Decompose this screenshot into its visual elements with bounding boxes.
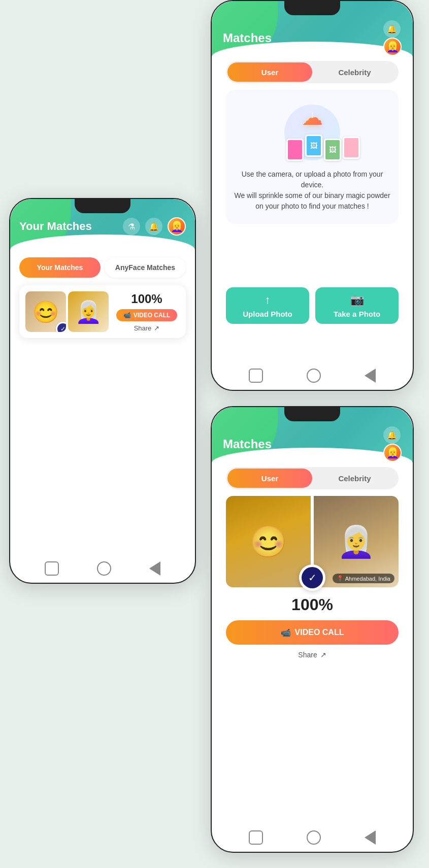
match-photos-left: 😊 ✓ 👩‍🦳 xyxy=(25,291,109,332)
header-icons-left: ⚗ 🔔 👱‍♀️ xyxy=(123,217,186,236)
nav-triangle-bottom-right[interactable] xyxy=(365,830,376,845)
share-icon: ↗ xyxy=(154,324,159,332)
video-call-button-left[interactable]: 📹 VIDEO CALL xyxy=(116,309,178,321)
result-check-inner: ✓ xyxy=(302,567,323,588)
header-content-left: Your Matches ⚗ 🔔 👱‍♀️ xyxy=(10,217,195,236)
video-call-button-bottom-right[interactable]: 📹 VIDEO CALL xyxy=(226,620,399,645)
phone-top-right: Matches 🔔 👱‍♀️ User Celebrity 🖼 🖼 xyxy=(211,0,414,391)
result-photos: 😊 ✓ 👩‍🦳 📍 Ahmedabad, India xyxy=(226,496,399,587)
tabs-row-left: Your Matches AnyFace Matches xyxy=(19,257,186,278)
bottom-nav-bottom-right xyxy=(212,830,413,845)
avatar-bottom-right[interactable]: 👱‍♀️ xyxy=(383,444,402,462)
tab-celebrity-top-right[interactable]: Celebrity xyxy=(312,62,397,82)
notch-left xyxy=(75,199,130,213)
video-icon-bottom-right: 📹 xyxy=(281,628,291,638)
tabs-row-top-right: User Celebrity xyxy=(226,61,399,83)
notch-bottom-right xyxy=(284,407,340,421)
photo-card-pink xyxy=(286,139,304,161)
avatar-left[interactable]: 👱‍♀️ xyxy=(168,217,186,236)
match-photo-user: 😊 ✓ xyxy=(25,291,66,332)
header-icons-bottom-right: 🔔 👱‍♀️ xyxy=(383,426,402,462)
result-photo-right: 👩‍🦳 📍 Ahmedabad, India xyxy=(314,496,399,587)
face-right: 👩‍🦳 xyxy=(337,524,375,560)
result-match-percent: 100% xyxy=(226,595,399,614)
nav-square-left[interactable] xyxy=(45,561,59,576)
result-checkmark: ✓ xyxy=(299,564,325,588)
result-photo-left: 😊 xyxy=(226,496,311,587)
avatar-top-right[interactable]: 👱‍♀️ xyxy=(383,38,402,56)
phone-left: Your Matches ⚗ 🔔 👱‍♀️ Your Matches AnyFa… xyxy=(9,198,196,584)
header-icons-top-right: 🔔 👱‍♀️ xyxy=(383,20,402,56)
upload-area: 🖼 🖼 ☁ ↑ Use the camera, or upload a phot… xyxy=(226,90,399,224)
photo-card-blue: 🖼 xyxy=(305,135,322,157)
upload-illustration: 🖼 🖼 ☁ ↑ xyxy=(279,102,345,163)
match-info-left: 100% 📹 VIDEO CALL Share ↗ xyxy=(114,292,180,332)
action-buttons: ↑ Upload Photo 📷 Take a Photo xyxy=(226,287,399,324)
upload-photo-button[interactable]: ↑ Upload Photo xyxy=(226,287,309,324)
photo-card-green: 🖼 xyxy=(324,139,341,161)
nav-square-top-right[interactable] xyxy=(249,369,263,383)
filter-icon[interactable]: ⚗ xyxy=(123,218,140,235)
bell-icon-bottom-right[interactable]: 🔔 xyxy=(383,426,401,444)
check-inner: ✓ xyxy=(57,323,66,332)
page-title-left: Your Matches xyxy=(19,220,92,233)
bottom-nav-top-right xyxy=(212,369,413,383)
nav-triangle-top-right[interactable] xyxy=(365,369,376,383)
upload-icon: ↑ xyxy=(265,293,271,307)
upload-description: Use the camera, or upload a photo from y… xyxy=(234,169,390,212)
bell-icon-top-right[interactable]: 🔔 xyxy=(383,20,401,38)
tab-anyface-matches[interactable]: AnyFace Matches xyxy=(105,257,186,278)
take-photo-button[interactable]: 📷 Take a Photo xyxy=(315,287,399,324)
bottom-nav-left xyxy=(10,561,195,576)
tab-user-top-right[interactable]: User xyxy=(227,62,312,82)
notch-top-right xyxy=(284,1,340,15)
page-title-top-right: Matches xyxy=(223,31,272,45)
result-section: 😊 ✓ 👩‍🦳 📍 Ahmedabad, India 100% 📹 VIDEO … xyxy=(226,496,399,659)
nav-circle-bottom-right[interactable] xyxy=(307,830,321,845)
nav-circle-left[interactable] xyxy=(97,561,111,576)
tab-your-matches[interactable]: Your Matches xyxy=(19,257,101,278)
match-percent-left: 100% xyxy=(131,292,162,306)
upload-arrow-icon: ↑ xyxy=(310,110,314,119)
page-title-bottom-right: Matches xyxy=(223,437,272,451)
location-badge: 📍 Ahmedabad, India xyxy=(333,574,394,583)
tab-user-bottom-right[interactable]: User xyxy=(227,469,312,488)
share-row-bottom-right[interactable]: Share ↗ xyxy=(226,651,399,659)
match-card-left: 😊 ✓ 👩‍🦳 100% 📹 VIDEO CALL Share ↗ xyxy=(19,285,186,338)
face-left: 😊 xyxy=(249,524,287,560)
match-photo-celebrity: 👩‍🦳 xyxy=(68,291,109,332)
location-pin-icon: 📍 xyxy=(337,575,344,582)
video-icon: 📹 xyxy=(123,312,131,319)
nav-triangle-left[interactable] xyxy=(149,561,160,576)
bell-icon[interactable]: 🔔 xyxy=(145,218,162,235)
camera-icon: 📷 xyxy=(350,293,364,307)
share-row-left[interactable]: Share ↗ xyxy=(134,324,160,332)
photo-card-light-pink xyxy=(343,137,360,159)
nav-circle-top-right[interactable] xyxy=(307,369,321,383)
header-content-top-right: Matches 🔔 👱‍♀️ xyxy=(212,20,413,56)
celebrity-face: 👩‍🦳 xyxy=(68,291,109,332)
tab-celebrity-bottom-right[interactable]: Celebrity xyxy=(312,469,397,488)
header-content-bottom-right: Matches 🔔 👱‍♀️ xyxy=(212,426,413,462)
nav-square-bottom-right[interactable] xyxy=(249,830,263,845)
share-icon-bottom-right: ↗ xyxy=(320,651,326,659)
tabs-row-bottom-right: User Celebrity xyxy=(226,467,399,489)
phone-bottom-right: Matches 🔔 👱‍♀️ User Celebrity 😊 ✓ 👩‍🦳 xyxy=(211,406,414,853)
